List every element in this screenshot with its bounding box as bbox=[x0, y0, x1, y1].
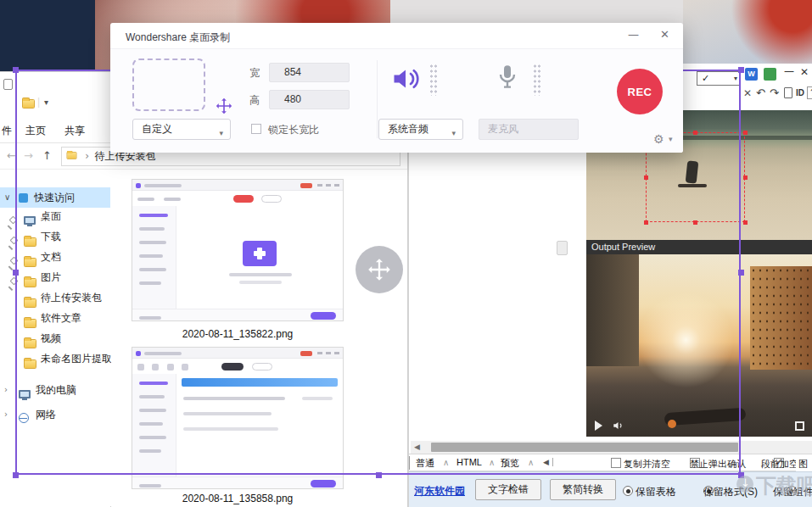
height-label: 高 bbox=[249, 93, 260, 108]
paste-icon[interactable] bbox=[784, 87, 792, 98]
chevron-down-icon: ▾ bbox=[451, 124, 456, 143]
width-input[interactable]: 854 bbox=[269, 63, 350, 82]
thumb-footer bbox=[132, 476, 343, 488]
rec-button[interactable]: REC bbox=[617, 69, 663, 114]
dialog-minimize-button[interactable]: — bbox=[628, 28, 639, 41]
chevron-down-icon: ▾ bbox=[219, 124, 223, 143]
close-icon[interactable]: ✕ bbox=[800, 66, 809, 78]
lock-aspect-checkbox[interactable] bbox=[251, 124, 261, 134]
file-name[interactable]: 2020-08-11_135858.png bbox=[132, 493, 344, 504]
microphone-input[interactable]: 麦克风 bbox=[479, 119, 579, 140]
spellcheck-button[interactable]: 文字检错 bbox=[475, 479, 541, 500]
site-link[interactable]: 河东软件园 bbox=[414, 484, 465, 499]
capture-handle-ne[interactable] bbox=[738, 67, 744, 73]
crop-handle-ne[interactable] bbox=[743, 131, 748, 135]
thumb-text-bar bbox=[139, 484, 161, 488]
capture-handle-e[interactable] bbox=[738, 270, 744, 276]
crop-handle-se[interactable] bbox=[743, 220, 748, 225]
wallpaper-dark-panel bbox=[0, 0, 95, 71]
region-preset-dropdown[interactable]: 自定义 ▾ bbox=[132, 119, 231, 140]
crop-handle-e[interactable] bbox=[743, 176, 748, 180]
chevron-down-icon[interactable]: ▾ bbox=[669, 135, 673, 143]
speaker-icon[interactable] bbox=[390, 64, 421, 94]
redo-icon[interactable]: ↷ bbox=[770, 86, 779, 99]
capture-handle-w[interactable] bbox=[13, 270, 19, 276]
keep-tables-label: 保留表格 bbox=[636, 485, 676, 499]
expander-icon[interactable]: › bbox=[4, 380, 8, 400]
delete-icon[interactable]: ✕ bbox=[743, 87, 752, 99]
lock-aspect-label: 锁定长宽比 bbox=[268, 123, 319, 137]
rec-button-label: REC bbox=[628, 86, 652, 98]
mic-volume-meter bbox=[533, 64, 541, 96]
keep-tables-radio[interactable] bbox=[623, 486, 633, 496]
system-audio-dropdown[interactable]: 系统音频 ▾ bbox=[378, 119, 463, 140]
expander-icon[interactable]: › bbox=[4, 404, 8, 425]
expander-icon[interactable]: ∨ bbox=[4, 187, 10, 208]
recorder-dialog: Wondershare 桌面录制 — ✕ 宽 854 高 480 自定义 ▾ 锁… bbox=[110, 23, 683, 153]
undo-icon[interactable]: ↶ bbox=[756, 86, 765, 99]
minimize-icon[interactable]: — bbox=[784, 65, 794, 77]
gear-icon[interactable]: ⚙ bbox=[653, 132, 664, 146]
site-watermark: ↓ 下载吧 bbox=[736, 462, 812, 504]
thumb-convert-button bbox=[311, 480, 336, 488]
clipboard-icon bbox=[3, 79, 13, 90]
menu-tab-file[interactable]: 件 bbox=[2, 124, 12, 138]
watermark-text: 下载吧 bbox=[756, 472, 812, 499]
capture-move-handle[interactable] bbox=[356, 246, 403, 293]
dialog-divider bbox=[377, 60, 378, 138]
move-icon bbox=[367, 258, 391, 281]
width-label: 宽 bbox=[249, 66, 260, 81]
capture-handle-nw[interactable] bbox=[13, 67, 19, 73]
region-move-icon bbox=[216, 98, 232, 114]
custom-region-icon bbox=[132, 58, 205, 111]
watermark-arrow-icon: ↓ bbox=[741, 476, 750, 489]
capture-handle-s[interactable] bbox=[376, 472, 382, 478]
system-audio-value: 系统音频 bbox=[388, 123, 428, 135]
height-input[interactable]: 480 bbox=[269, 90, 350, 109]
region-preset-value: 自定义 bbox=[142, 123, 172, 135]
system-volume-meter bbox=[429, 64, 438, 96]
id-tool-icon[interactable]: ID bbox=[796, 88, 804, 98]
convert-chinese-button[interactable]: 繁简转换 bbox=[550, 479, 616, 500]
image-tool-icon[interactable] bbox=[764, 68, 776, 81]
microphone-placeholder: 麦克风 bbox=[488, 123, 518, 135]
fullscreen-icon[interactable] bbox=[795, 421, 804, 431]
help-icon[interactable]: ? bbox=[807, 86, 812, 99]
building-right bbox=[750, 266, 812, 370]
dialog-close-button[interactable]: ✕ bbox=[660, 28, 669, 41]
web-icon[interactable]: W bbox=[745, 68, 758, 81]
microphone-icon[interactable] bbox=[494, 61, 521, 95]
capture-handle-sw[interactable] bbox=[13, 472, 19, 478]
dialog-title: Wondershare 桌面录制 bbox=[126, 31, 230, 45]
